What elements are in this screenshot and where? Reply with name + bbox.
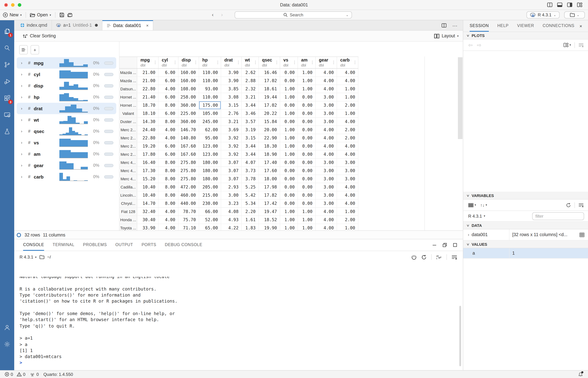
grid-cell[interactable]: 2.00: [337, 216, 358, 224]
grid-cell[interactable]: 205.00: [199, 183, 221, 191]
grid-cell[interactable]: 4.00: [159, 85, 178, 93]
chevron-right-icon[interactable]: ›: [21, 175, 22, 179]
plots-section-header[interactable]: ∨ PLOTS: [463, 32, 588, 40]
grid-cell[interactable]: 5.34: [242, 200, 259, 207]
grid-cell[interactable]: 4.00: [159, 134, 178, 142]
grid-cell[interactable]: 0.00: [280, 77, 298, 85]
sidebar-item-testing[interactable]: [0, 123, 14, 140]
sidebar-item-run-debug[interactable]: [0, 73, 14, 90]
grid-cell[interactable]: 0.00: [280, 175, 298, 183]
grid-cell[interactable]: 1.00: [298, 69, 316, 76]
grid-cell[interactable]: 19.47: [259, 208, 280, 216]
grid-cell[interactable]: 4.00: [316, 216, 337, 224]
grid-row-label[interactable]: Merc 4...: [120, 167, 137, 175]
grid-cell[interactable]: 4.00: [337, 77, 358, 85]
layout-button[interactable]: Layout▾: [434, 33, 459, 38]
console-runtime-selector[interactable]: R 4.3.1▾: [20, 255, 36, 260]
grid-cell[interactable]: 8.00: [159, 101, 178, 109]
grid-cell[interactable]: 175.00: [199, 101, 221, 109]
grid-cell[interactable]: 1.00: [280, 126, 298, 134]
console-output[interactable]: Natural language support but running in …: [14, 263, 463, 370]
grid-row-label[interactable]: Honda ...: [120, 216, 137, 224]
grid-cell[interactable]: 3.15: [242, 134, 259, 142]
grid-cell[interactable]: 14.70: [137, 200, 159, 207]
grid-cell[interactable]: 2.32: [242, 85, 259, 93]
grid-cell[interactable]: 1.00: [280, 150, 298, 158]
grid-cell[interactable]: 440.00: [178, 200, 199, 207]
value-variable-row[interactable]: a1: [463, 248, 588, 258]
grid-cell[interactable]: 167.60: [178, 142, 199, 150]
grid-cell[interactable]: 4.00: [316, 208, 337, 216]
grid-header-cell[interactable]: geardbl⋮: [316, 57, 337, 68]
grid-cell[interactable]: 6.00: [159, 77, 178, 85]
grid-cell[interactable]: 2.62: [242, 69, 259, 76]
refresh-variables-icon[interactable]: [566, 202, 571, 207]
column-sort-options-button[interactable]: [19, 45, 28, 54]
grid-cell[interactable]: 3.21: [242, 93, 259, 101]
grid-row-label[interactable]: Merc 4...: [120, 175, 137, 183]
grid-cell[interactable]: 1.00: [280, 208, 298, 216]
column-menu-icon[interactable]: ⋮: [216, 60, 220, 65]
grid-cell[interactable]: 18.10: [137, 109, 159, 117]
quarto-version[interactable]: Quarto: 1.4.550: [43, 372, 73, 377]
grid-cell[interactable]: 472.00: [178, 183, 199, 191]
grid-cell[interactable]: 65.00: [199, 224, 221, 230]
panel-tab-console[interactable]: CONSOLE: [23, 239, 44, 251]
grid-cell[interactable]: 17.60: [259, 167, 280, 175]
grid-cell[interactable]: 15.20: [137, 175, 159, 183]
panel-tab-problems[interactable]: PROBLEMS: [83, 239, 107, 251]
grid-cell[interactable]: 1.00: [280, 142, 298, 150]
grid-cell[interactable]: 18.52: [259, 216, 280, 224]
word-wrap-icon[interactable]: abc: [436, 255, 442, 260]
grid-cell[interactable]: 1.00: [337, 208, 358, 216]
chevron-right-icon[interactable]: ›: [468, 232, 469, 237]
grid-cell[interactable]: 167.60: [178, 150, 199, 158]
grid-cell[interactable]: 4.00: [337, 191, 358, 199]
grid-header-cell[interactable]: dispdbl⋮: [178, 57, 199, 68]
grid-cell[interactable]: 18.00: [259, 175, 280, 183]
grid-cell[interactable]: 18.70: [137, 101, 159, 109]
grid-cell[interactable]: 1.00: [337, 224, 358, 230]
grid-cell[interactable]: 93.00: [199, 85, 221, 93]
grid-cell[interactable]: 1.00: [298, 224, 316, 230]
column-menu-icon[interactable]: ⋮: [353, 60, 357, 65]
grid-cell[interactable]: 4.00: [316, 134, 337, 142]
grid-cell[interactable]: 0.00: [298, 191, 316, 199]
grid-cell[interactable]: 17.82: [259, 191, 280, 199]
grid-cell[interactable]: 17.98: [259, 183, 280, 191]
column-menu-icon[interactable]: ⋮: [254, 60, 257, 65]
grid-cell[interactable]: 1.00: [337, 93, 358, 101]
chevron-right-icon[interactable]: ›: [21, 95, 22, 99]
grid-cell[interactable]: 15.84: [259, 118, 280, 125]
grid-cell[interactable]: 62.00: [199, 126, 221, 134]
grid-cell[interactable]: 275.80: [178, 167, 199, 175]
grid-cell[interactable]: 8.00: [159, 159, 178, 166]
grid-cell[interactable]: 19.20: [137, 142, 159, 150]
grid-cell[interactable]: 3.07: [221, 159, 242, 166]
grid-cell[interactable]: 22.80: [137, 85, 159, 93]
grid-row-label[interactable]: Merc 2...: [120, 134, 137, 142]
grid-cell[interactable]: 0.00: [298, 109, 316, 117]
grid-cell[interactable]: 10.40: [137, 183, 159, 191]
grid-cell[interactable]: 3.92: [221, 142, 242, 150]
grid-cell[interactable]: 2.93: [221, 183, 242, 191]
grid-cell[interactable]: 14.30: [137, 118, 159, 125]
grid-cell[interactable]: 3.21: [221, 118, 242, 125]
variables-sort-icon[interactable]: ↑↓▾: [480, 202, 487, 207]
right-panel-tab-session[interactable]: SESSION: [470, 20, 489, 32]
chevron-right-icon[interactable]: ›: [21, 163, 22, 167]
grid-row-label[interactable]: Lincoln...: [120, 191, 137, 199]
grid-cell[interactable]: 4.00: [316, 85, 337, 93]
grid-cell[interactable]: 3.57: [242, 118, 259, 125]
column-item[interactable]: ›#disp0%: [17, 80, 116, 91]
clear-variables-icon[interactable]: [578, 203, 584, 207]
grid-cell[interactable]: 17.02: [259, 101, 280, 109]
next-plot-icon[interactable]: ⇨: [477, 42, 481, 48]
variables-filter-input[interactable]: [532, 212, 584, 220]
grid-cell[interactable]: 24.40: [137, 126, 159, 134]
grid-header-cell[interactable]: qsecdbl⋮: [259, 57, 280, 68]
grid-cell[interactable]: 3.00: [221, 191, 242, 199]
grid-cell[interactable]: 17.42: [259, 200, 280, 207]
grid-cell[interactable]: 460.00: [178, 191, 199, 199]
clear-console-icon[interactable]: [452, 255, 457, 259]
